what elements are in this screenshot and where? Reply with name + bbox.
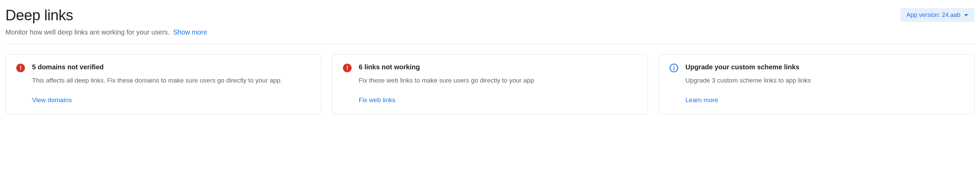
links-not-working-card: 6 links not working Fix these web links … — [332, 54, 648, 114]
error-icon — [342, 63, 352, 73]
page-header: Deep links App version: 24.aab — [5, 7, 975, 24]
card-description: This affects all deep links. Fix these d… — [32, 76, 311, 85]
app-version-dropdown[interactable]: App version: 24.aab — [900, 8, 975, 22]
card-description: Fix these web links to make sure users g… — [359, 76, 638, 85]
error-icon — [16, 63, 25, 73]
svg-rect-7 — [674, 67, 674, 71]
app-version-label: App version: 24.aab — [907, 11, 961, 19]
svg-rect-1 — [20, 66, 21, 69]
domains-not-verified-card: 5 domains not verified This affects all … — [5, 54, 321, 114]
upgrade-scheme-links-card: Upgrade your custom scheme links Upgrade… — [659, 54, 975, 114]
card-title: 5 domains not verified — [32, 63, 311, 71]
chevron-down-icon — [964, 14, 969, 16]
card-title: 6 links not working — [359, 63, 638, 71]
card-description: Upgrade 3 custom scheme links to app lin… — [686, 76, 964, 85]
learn-more-link[interactable]: Learn more — [686, 96, 964, 104]
svg-rect-5 — [347, 70, 348, 71]
card-title: Upgrade your custom scheme links — [686, 63, 964, 71]
card-body: 5 domains not verified This affects all … — [32, 63, 311, 104]
info-icon — [669, 63, 679, 73]
page-subtitle: Monitor how well deep links are working … — [5, 29, 170, 36]
svg-rect-2 — [20, 70, 21, 71]
view-domains-link[interactable]: View domains — [32, 96, 311, 104]
card-body: Upgrade your custom scheme links Upgrade… — [686, 63, 964, 104]
show-more-link[interactable]: Show more — [173, 29, 207, 36]
page-subtitle-row: Monitor how well deep links are working … — [5, 29, 975, 44]
svg-rect-8 — [674, 66, 674, 66]
page-title: Deep links — [5, 7, 73, 24]
status-cards-row: 5 domains not verified This affects all … — [5, 54, 975, 114]
svg-rect-4 — [347, 66, 348, 69]
card-body: 6 links not working Fix these web links … — [359, 63, 638, 104]
fix-web-links-link[interactable]: Fix web links — [359, 96, 638, 104]
